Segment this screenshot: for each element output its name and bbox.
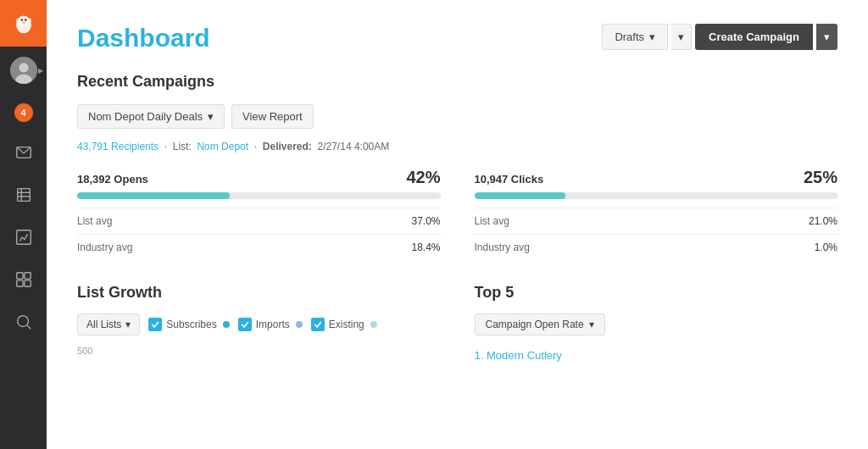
campaign-controls: Nom Depot Daily Deals ▾ View Report: [77, 104, 837, 129]
clicks-label: 10,947 Clicks: [475, 173, 544, 186]
recent-campaigns-title: Recent Campaigns: [77, 73, 837, 91]
open-rate-caret-icon: ▾: [589, 319, 594, 330]
svg-rect-17: [24, 273, 30, 279]
bottom-grid: List Growth All Lists ▾ Subscribes: [77, 284, 837, 365]
opens-list-avg-row: List avg 37.0%: [77, 208, 441, 234]
top5-item-link[interactable]: Modern Cutlery: [487, 349, 562, 362]
top5-controls: Campaign Open Rate ▾: [475, 313, 838, 335]
all-lists-button[interactable]: All Lists ▾: [77, 313, 140, 335]
badge-count: 4: [14, 103, 33, 122]
stats-grid: 18,392 Opens 42% List avg 37.0% Industry…: [77, 168, 837, 260]
recent-campaigns-section: Recent Campaigns Nom Depot Daily Deals ▾…: [77, 73, 837, 260]
imports-checkbox-group: Imports: [238, 318, 303, 331]
top5-list: 1. Modern Cutlery: [475, 346, 838, 365]
nav-reports[interactable]: [0, 216, 47, 258]
view-report-button[interactable]: View Report: [231, 104, 314, 129]
svg-rect-15: [16, 230, 31, 245]
nav-lists[interactable]: [0, 174, 47, 216]
opens-stat: 18,392 Opens 42% List avg 37.0% Industry…: [77, 168, 441, 260]
main-content: Dashboard Drafts ▾ ▾ Create Campaign ▾ R…: [47, 0, 868, 449]
recipients-link[interactable]: 43,791 Recipients: [77, 141, 159, 152]
svg-point-20: [17, 316, 28, 327]
svg-point-4: [21, 21, 25, 24]
campaign-select-button[interactable]: Nom Depot Daily Deals ▾: [77, 104, 225, 129]
svg-rect-19: [24, 280, 30, 286]
nav-automations[interactable]: [0, 258, 47, 301]
top5-item-number: 1.: [475, 349, 487, 362]
avatar: [10, 57, 37, 84]
opens-progress-bar: [77, 192, 441, 199]
imports-checkbox[interactable]: [238, 318, 252, 331]
existing-checkbox-group: Existing: [311, 318, 377, 331]
opens-header: 18,392 Opens 42%: [77, 168, 441, 187]
svg-rect-11: [17, 189, 30, 202]
svg-point-2: [20, 19, 23, 21]
campaign-select-caret-icon: ▾: [208, 110, 214, 123]
clicks-percent: 25%: [804, 168, 837, 187]
list-growth-section: List Growth All Lists ▾ Subscribes: [77, 284, 441, 365]
clicks-header: 10,947 Clicks 25%: [475, 168, 838, 187]
all-lists-caret-icon: ▾: [125, 319, 131, 330]
clicks-list-avg-row: List avg 21.0%: [475, 208, 838, 234]
top5-section: Top 5 Campaign Open Rate ▾ 1. Modern Cut…: [475, 284, 838, 365]
svg-rect-18: [16, 280, 22, 286]
drafts-button[interactable]: Drafts ▾: [602, 24, 668, 50]
clicks-industry-avg-row: Industry avg 1.0%: [475, 234, 838, 260]
notifications-badge[interactable]: 4: [0, 93, 47, 131]
growth-controls: All Lists ▾ Subscribes: [77, 313, 441, 335]
clicks-progress-bar: [475, 192, 838, 199]
chart-y-label: 500: [77, 346, 441, 356]
avatar-chevron-icon: ▶: [38, 66, 43, 74]
subscribes-checkbox-group: Subscribes: [148, 318, 229, 331]
drafts-split-caret[interactable]: ▾: [671, 24, 692, 50]
subscribes-dot: [223, 321, 230, 328]
campaign-meta: 43,791 Recipients · List: Nom Depot · De…: [77, 141, 837, 152]
existing-dot: [370, 321, 377, 328]
page-header: Dashboard Drafts ▾ ▾ Create Campaign ▾: [77, 24, 837, 53]
svg-rect-16: [16, 273, 22, 279]
svg-point-3: [24, 19, 26, 21]
list-link[interactable]: Nom Depot: [197, 141, 248, 152]
svg-point-6: [28, 18, 31, 22]
svg-point-5: [16, 18, 19, 22]
existing-checkbox[interactable]: [311, 318, 325, 331]
drafts-caret-icon: ▾: [649, 30, 655, 43]
create-campaign-button[interactable]: Create Campaign: [695, 24, 813, 50]
svg-point-8: [19, 63, 28, 72]
nav-campaigns[interactable]: [0, 131, 47, 174]
opens-percent: 42%: [406, 168, 440, 187]
sidebar: ▶ 4: [0, 0, 47, 449]
top5-item: 1. Modern Cutlery: [475, 346, 838, 365]
nav-search[interactable]: [0, 301, 47, 343]
subscribes-checkbox[interactable]: [148, 318, 162, 331]
imports-dot: [296, 321, 303, 328]
opens-label: 18,392 Opens: [77, 173, 148, 186]
create-campaign-caret[interactable]: ▾: [816, 24, 837, 50]
header-actions: Drafts ▾ ▾ Create Campaign ▾: [602, 24, 837, 50]
user-avatar[interactable]: ▶: [0, 47, 47, 93]
sidebar-logo[interactable]: [0, 0, 47, 47]
opens-progress-fill: [77, 192, 230, 199]
svg-line-21: [27, 325, 31, 329]
top5-title: Top 5: [475, 284, 838, 302]
clicks-progress-fill: [475, 192, 565, 199]
list-growth-title: List Growth: [77, 284, 441, 302]
open-rate-button[interactable]: Campaign Open Rate ▾: [475, 313, 605, 335]
opens-industry-avg-row: Industry avg 18.4%: [77, 234, 441, 260]
clicks-stat: 10,947 Clicks 25% List avg 21.0% Industr…: [475, 168, 838, 260]
page-title: Dashboard: [77, 24, 210, 53]
